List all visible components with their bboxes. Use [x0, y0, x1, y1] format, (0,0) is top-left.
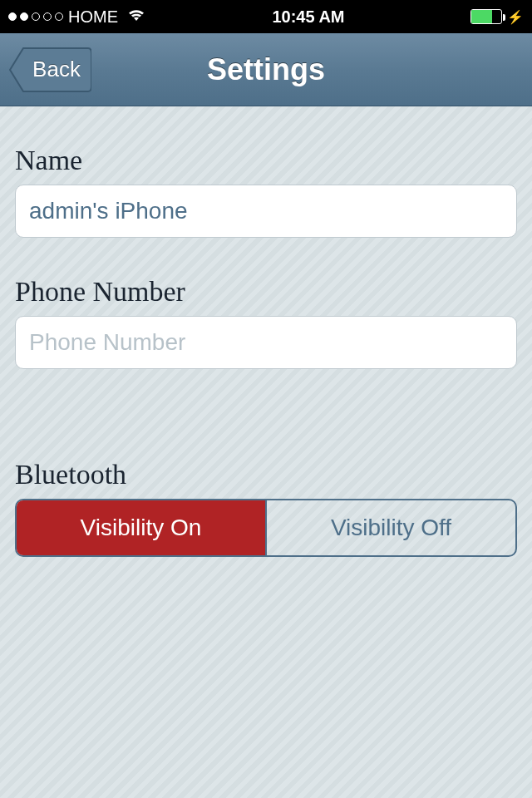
visibility-off-segment[interactable]: Visibility Off	[265, 500, 515, 555]
status-bar: HOME 10:45 AM ⚡	[0, 0, 532, 33]
name-label: Name	[15, 106, 517, 185]
carrier-label: HOME	[68, 7, 118, 27]
status-left: HOME	[8, 7, 146, 27]
status-time: 10:45 AM	[272, 7, 344, 27]
phone-input[interactable]	[15, 316, 517, 369]
phone-label: Phone Number	[15, 238, 517, 316]
bluetooth-label: Bluetooth	[15, 369, 517, 499]
content-area: Name Phone Number Bluetooth Visibility O…	[0, 106, 532, 798]
back-button[interactable]: Back	[8, 46, 91, 94]
nav-bar: Back Settings	[0, 33, 532, 106]
status-right: ⚡	[470, 9, 524, 25]
back-button-label: Back	[27, 46, 86, 94]
signal-dots-icon	[8, 12, 63, 21]
visibility-on-segment[interactable]: Visibility On	[17, 500, 265, 555]
visibility-segmented-control: Visibility On Visibility Off	[15, 499, 517, 557]
name-input[interactable]	[15, 185, 517, 238]
charging-bolt-icon: ⚡	[507, 9, 524, 25]
wifi-icon	[126, 7, 146, 27]
battery-icon	[470, 9, 502, 24]
